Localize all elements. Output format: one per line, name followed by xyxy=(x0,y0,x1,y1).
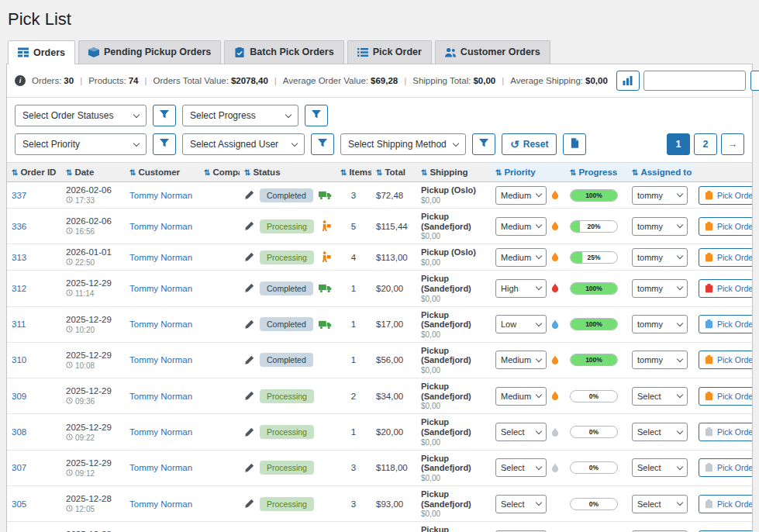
edit-order-icon[interactable] xyxy=(244,499,254,509)
assigned-user-select[interactable]: Select Assigned User xyxy=(182,133,305,155)
pick-order-button[interactable]: Pick Order xyxy=(699,315,752,333)
progress-label: 100% xyxy=(571,283,617,294)
priority-select[interactable]: Medium xyxy=(495,351,547,369)
edit-order-icon[interactable] xyxy=(244,391,254,401)
pick-order-button[interactable]: Pick Order xyxy=(699,423,752,441)
tab-customer-orders[interactable]: Customer Orders xyxy=(435,40,550,64)
header-order-id[interactable]: ⇅Order ID xyxy=(7,163,61,182)
header-status[interactable]: ⇅Status xyxy=(240,163,336,182)
assigned-select[interactable]: Select xyxy=(632,423,688,441)
pick-order-button[interactable]: Pick Order xyxy=(699,458,752,477)
priority-select[interactable]: Select xyxy=(495,423,547,441)
assigned-select[interactable]: tommy xyxy=(632,315,688,333)
order-id-link[interactable]: 337 xyxy=(12,191,26,200)
edit-order-icon[interactable] xyxy=(244,320,254,330)
header-priority[interactable]: ⇅Priority xyxy=(491,163,565,182)
export-file-button[interactable] xyxy=(563,133,586,155)
customer-link[interactable]: Tommy Norman xyxy=(129,392,192,401)
header-total[interactable]: ⇅Total xyxy=(371,163,416,182)
tab-batch-pick-orders[interactable]: Batch Pick Orders xyxy=(224,40,343,64)
assigned-select[interactable]: tommy xyxy=(632,248,688,267)
header-customer[interactable]: ⇅Customer xyxy=(125,163,199,182)
customer-link[interactable]: Tommy Norman xyxy=(129,320,192,329)
customer-link[interactable]: Tommy Norman xyxy=(129,222,192,231)
assigned-select[interactable]: Select xyxy=(632,458,688,477)
order-total: $112,00 xyxy=(371,522,416,532)
assigned-select[interactable]: tommy xyxy=(632,186,688,205)
tab-pick-order[interactable]: Pick Order xyxy=(347,40,432,64)
tab-pending-pickup-orders[interactable]: Pending Pickup Orders xyxy=(78,40,221,64)
pagination-page-1[interactable]: 1 xyxy=(667,133,690,155)
priority-select[interactable]: Medium xyxy=(495,217,547,236)
filter-priority-button[interactable] xyxy=(153,133,176,155)
customer-link[interactable]: Tommy Norman xyxy=(129,499,192,509)
assigned-select[interactable]: tommy xyxy=(632,217,688,236)
order-date: 2025-12-29 xyxy=(66,386,120,396)
header-company[interactable]: ⇅Company xyxy=(199,163,240,182)
shipping-method-select[interactable]: Select Shipping Method xyxy=(340,133,466,155)
priority-select[interactable]: Select xyxy=(495,458,547,477)
priority-select[interactable]: Medium xyxy=(495,186,547,205)
customer-link[interactable]: Tommy Norman xyxy=(129,355,192,364)
reset-filters-button[interactable]: ↺Reset xyxy=(502,133,557,155)
order-date: 2025-12-29 xyxy=(66,315,120,324)
tab-orders[interactable]: Orders xyxy=(8,40,75,64)
header-progress[interactable]: ⇅Progress xyxy=(565,163,627,182)
assigned-select[interactable]: tommy xyxy=(632,279,688,298)
assigned-select[interactable]: Select xyxy=(632,495,688,513)
header-shipping[interactable]: ⇅Shipping xyxy=(416,163,491,182)
edit-order-icon[interactable] xyxy=(244,355,254,365)
progress-select[interactable]: Select Progress xyxy=(182,105,298,126)
priority-select[interactable]: Low xyxy=(495,315,547,333)
pick-order-button[interactable]: Pick Order xyxy=(699,279,752,298)
pick-order-button[interactable]: Pick Order xyxy=(699,495,752,513)
order-id-link[interactable]: 311 xyxy=(12,320,26,329)
priority-select[interactable]: High xyxy=(495,279,547,298)
order-id-link[interactable]: 336 xyxy=(12,222,26,231)
edit-order-icon[interactable] xyxy=(244,427,254,437)
edit-order-icon[interactable] xyxy=(244,221,254,231)
order-id-link[interactable]: 305 xyxy=(12,499,26,509)
pick-order-button[interactable]: Pick Order xyxy=(699,387,752,406)
customer-link[interactable]: Tommy Norman xyxy=(129,191,192,200)
order-id-link[interactable]: 308 xyxy=(12,427,26,437)
header-items[interactable]: ⇅Items xyxy=(336,163,371,182)
order-id-link[interactable]: 309 xyxy=(12,392,26,401)
customer-link[interactable]: Tommy Norman xyxy=(129,253,192,262)
pick-order-button[interactable]: Pick Order xyxy=(699,351,752,369)
pagination-page-2[interactable]: 2 xyxy=(694,133,717,155)
order-id-link[interactable]: 312 xyxy=(12,284,26,293)
order-id-link[interactable]: 307 xyxy=(12,463,26,472)
assigned-select[interactable]: tommy xyxy=(632,351,688,369)
filter-progress-button[interactable] xyxy=(305,105,328,126)
filter-shipping-method-button[interactable] xyxy=(472,133,495,155)
order-id-link[interactable]: 313 xyxy=(12,253,26,262)
header-date[interactable]: ⇅Date xyxy=(61,163,125,182)
priority-filter-select[interactable]: Select Priority xyxy=(15,133,147,155)
priority-select[interactable]: Medium xyxy=(495,248,547,267)
pick-order-button[interactable]: Pick Order xyxy=(699,217,752,236)
shipping-method: Pickup (Sandefjord) xyxy=(421,525,486,532)
order-statuses-select[interactable]: Select Order Statuses xyxy=(15,105,147,126)
stats-chart-button[interactable] xyxy=(616,71,640,91)
filter-order-statuses-button[interactable] xyxy=(153,105,176,126)
order-id-link[interactable]: 310 xyxy=(12,355,26,364)
customer-link[interactable]: Tommy Norman xyxy=(129,463,192,472)
assigned-select[interactable]: Select xyxy=(632,387,688,406)
customer-link[interactable]: Tommy Norman xyxy=(129,427,192,437)
priority-select[interactable]: Medium xyxy=(495,387,547,406)
edit-order-icon[interactable] xyxy=(244,252,254,262)
customer-link[interactable]: Tommy Norman xyxy=(129,284,192,293)
pagination-next-button[interactable]: → xyxy=(721,133,744,155)
search-button[interactable]: Search xyxy=(750,71,759,91)
header-assigned-to[interactable]: ⇅Assigned to xyxy=(627,163,694,182)
edit-order-icon[interactable] xyxy=(244,463,254,473)
edit-order-icon[interactable] xyxy=(244,283,254,293)
pick-order-button[interactable]: Pick Order xyxy=(699,186,752,205)
edit-order-icon[interactable] xyxy=(244,190,254,200)
filter-assigned-user-button[interactable] xyxy=(311,133,334,155)
priority-select[interactable]: Select xyxy=(495,495,547,513)
search-input[interactable] xyxy=(643,71,746,91)
pick-order-button[interactable]: Pick Order xyxy=(699,248,752,267)
priority-flame-icon xyxy=(551,427,559,437)
